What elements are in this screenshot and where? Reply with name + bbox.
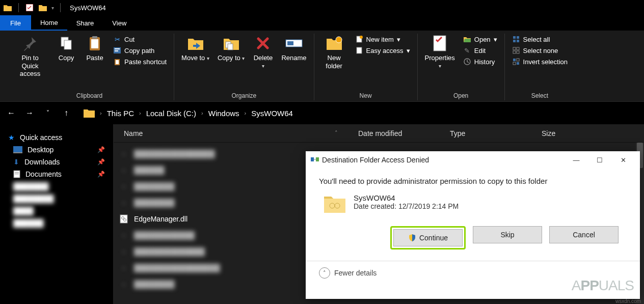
svg-rect-7 xyxy=(115,48,120,49)
svg-rect-36 xyxy=(15,172,19,173)
caret-down-icon[interactable]: ▾ xyxy=(51,5,54,11)
new-folder-button[interactable]: New folder xyxy=(319,34,349,91)
delete-icon xyxy=(254,35,272,52)
paste-shortcut-button[interactable]: Paste shortcut xyxy=(111,57,169,66)
rename-button[interactable]: Rename xyxy=(279,34,308,91)
sidebar-item-downloads[interactable]: ⬇ Downloads 📌 xyxy=(4,156,109,168)
svg-rect-10 xyxy=(116,60,119,64)
svg-point-17 xyxy=(360,36,363,39)
svg-rect-34 xyxy=(13,152,22,153)
sidebar-item-blurred[interactable]: ██████ xyxy=(4,217,109,229)
dialog-folder-date: Date created: 12/7/2019 2:14 PM xyxy=(354,202,459,210)
chevron-up-icon[interactable]: ˄ xyxy=(319,267,330,279)
up-button[interactable]: ↑ xyxy=(60,108,72,118)
svg-rect-37 xyxy=(15,174,19,174)
cancel-button[interactable]: Cancel xyxy=(549,226,619,243)
pin-icon: 📌 xyxy=(97,171,105,178)
continue-button[interactable]: Continue xyxy=(393,229,463,246)
sidebar-item-blurred[interactable]: ███████ xyxy=(4,180,109,192)
col-modified[interactable]: Date modified xyxy=(348,129,440,137)
easy-access-button[interactable]: Easy access ▾ xyxy=(353,46,412,55)
back-button[interactable]: ← xyxy=(5,108,17,118)
home-tab[interactable]: Home xyxy=(31,15,67,31)
chevron-right-icon[interactable]: › xyxy=(201,110,203,116)
breadcrumb[interactable]: › This PC › Local Disk (C:) › Windows › … xyxy=(84,108,293,118)
window-title: SysWOW64 xyxy=(70,4,106,12)
history-button[interactable]: History xyxy=(461,57,499,66)
ribbon-group-clipboard: Pin to Quick access Copy Paste ✂Cut Copy… xyxy=(5,34,174,100)
folder-icon xyxy=(84,108,95,118)
svg-point-15 xyxy=(336,37,342,43)
chevron-right-icon[interactable]: › xyxy=(139,110,141,116)
shortcut-icon xyxy=(113,58,121,66)
delete-button[interactable]: Delete ▾ xyxy=(251,34,275,91)
moveto-icon xyxy=(187,35,204,52)
forward-button[interactable]: → xyxy=(23,108,36,118)
nav-row: ← → ˅ ↑ › This PC › Local Disk (C:) › Wi… xyxy=(0,102,644,124)
menubar: File Home Share View xyxy=(0,15,644,31)
svg-rect-25 xyxy=(513,47,516,50)
pin-quickaccess-button[interactable]: Pin to Quick access xyxy=(10,34,50,91)
caret-down-icon: ▾ xyxy=(262,63,264,69)
sidebar-item-quickaccess[interactable]: ★ Quick access xyxy=(4,131,109,144)
select-none-button[interactable]: Select none xyxy=(510,46,570,55)
svg-rect-14 xyxy=(287,41,293,45)
crumb-thispc[interactable]: This PC xyxy=(107,109,134,118)
select-all-button[interactable]: Select all xyxy=(510,35,570,44)
recent-dropdown[interactable]: ˅ xyxy=(42,109,54,117)
crumb-drive[interactable]: Local Disk (C:) xyxy=(146,109,196,118)
svg-rect-31 xyxy=(513,62,516,65)
paste-icon xyxy=(86,35,103,52)
svg-rect-5 xyxy=(92,36,97,39)
column-headers: Name˄ Date modified Type Size xyxy=(114,124,644,143)
fewer-details-button[interactable]: Fewer details xyxy=(334,269,377,277)
sidebar-item-documents[interactable]: Documents 📌 xyxy=(4,168,109,180)
new-item-button[interactable]: New item ▾ xyxy=(353,35,412,44)
properties-button[interactable]: Properties ▾ xyxy=(423,34,457,91)
dialog-title: Destination Folder Access Denied xyxy=(322,156,565,164)
paste-button[interactable]: Paste xyxy=(83,34,107,91)
copy-button[interactable]: Copy xyxy=(54,34,78,91)
cut-button[interactable]: ✂Cut xyxy=(111,35,169,44)
copy-to-button[interactable]: Copy to ▾ xyxy=(216,34,247,91)
svg-rect-12 xyxy=(228,44,233,50)
rename-icon xyxy=(285,35,303,52)
save-icon[interactable] xyxy=(25,3,34,12)
open-button[interactable]: Open ▾ xyxy=(461,35,499,44)
col-type[interactable]: Type xyxy=(440,129,531,137)
edit-button[interactable]: ✎Edit xyxy=(461,46,499,55)
file-name: EdgeManager.dll xyxy=(134,215,187,223)
sidebar-item-blurred[interactable]: ████ xyxy=(4,205,109,217)
svg-rect-33 xyxy=(13,146,22,152)
sidebar-item-blurred[interactable]: ████████ xyxy=(4,192,109,205)
skip-button[interactable]: Skip xyxy=(473,226,542,243)
dll-icon xyxy=(119,214,129,224)
svg-rect-32 xyxy=(517,62,519,65)
copy-path-button[interactable]: Copy path xyxy=(111,46,169,55)
download-icon: ⬇ xyxy=(13,158,19,166)
copy-progress-icon xyxy=(311,156,319,164)
crumb-windows[interactable]: Windows xyxy=(208,109,239,118)
pin-icon: 📌 xyxy=(97,146,105,153)
chevron-right-icon[interactable]: › xyxy=(245,110,247,116)
view-tab[interactable]: View xyxy=(103,15,136,31)
close-button[interactable]: ✕ xyxy=(611,156,635,164)
chevron-right-icon[interactable]: › xyxy=(100,110,102,116)
maximize-button[interactable]: ☐ xyxy=(588,156,611,164)
history-icon xyxy=(463,58,471,66)
edit-icon: ✎ xyxy=(463,46,471,54)
invert-selection-button[interactable]: Invert selection xyxy=(510,57,570,66)
copyto-icon xyxy=(223,35,240,52)
move-to-button[interactable]: Move to ▾ xyxy=(179,34,211,91)
watermark-site: wsxdn.com xyxy=(615,298,641,304)
divider xyxy=(18,3,19,12)
folder-icon[interactable] xyxy=(38,3,47,12)
crumb-current[interactable]: SysWOW64 xyxy=(251,109,293,118)
file-menu[interactable]: File xyxy=(0,15,31,31)
minimize-button[interactable]: — xyxy=(565,156,588,164)
sidebar-item-desktop[interactable]: Desktop 📌 xyxy=(4,144,109,156)
svg-rect-2 xyxy=(64,40,71,49)
share-tab[interactable]: Share xyxy=(67,15,103,31)
col-size[interactable]: Size xyxy=(531,129,623,137)
col-name[interactable]: Name˄ xyxy=(114,129,348,137)
